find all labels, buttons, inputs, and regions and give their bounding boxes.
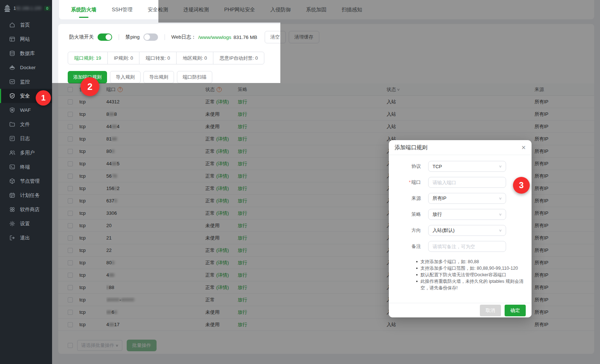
rule-tab-恶意IP自动封禁[interactable]: 恶意IP自动封禁: 0	[213, 52, 264, 64]
sidebar-item-label: 数据库	[20, 50, 35, 57]
field-row-备注: 备注	[389, 241, 532, 252]
tab-SSH管理[interactable]: SSH管理	[104, 0, 140, 19]
field-label: 方向	[389, 227, 428, 234]
rule-tab-IP规则[interactable]: IP规则: 0	[107, 52, 139, 64]
field-row-来源: 来源所有IP∨	[389, 193, 532, 204]
sidebar-nav: 首页网站数据库Docker监控安全WAF文件日志多用户终端节点管理计划任务软件商…	[0, 18, 52, 245]
server-name-masked: 92.168.1.100	[16, 6, 42, 11]
sidebar-item-cron[interactable]: 计划任务	[0, 188, 52, 202]
sidebar-item-label: 多用户	[20, 150, 35, 156]
divider	[165, 34, 165, 40]
field-select-协议[interactable]: TCP∨	[428, 161, 506, 172]
security-icon	[9, 93, 15, 99]
cron-icon	[9, 192, 15, 198]
field-row-方向: 方向入站(默认)∨	[389, 225, 532, 236]
sidebar-item-label: 监控	[20, 79, 30, 85]
sidebar-item-db[interactable]: 数据库	[0, 46, 52, 60]
sidebar-item-label: 终端	[20, 164, 30, 170]
sidebar-item-home[interactable]: 首页	[0, 18, 52, 32]
sidebar-item-exit[interactable]: 退出	[0, 231, 52, 245]
site-icon	[9, 36, 15, 42]
shop-icon	[9, 206, 15, 213]
dialog-note: 此操作将重载防火墙，未持久化的 iptables 规则会清空，请先备份保存!	[416, 278, 529, 291]
sidebar-item-settings[interactable]: 设置	[0, 217, 52, 231]
rule-tab-端口转发[interactable]: 端口转发: 0	[139, 52, 176, 64]
ping-label: 禁ping	[126, 34, 140, 40]
select-value: 放行	[433, 211, 442, 218]
brand: 192.168.1.100 0	[0, 0, 52, 16]
settings-icon	[9, 221, 15, 227]
chevron-down-icon: ∨	[499, 165, 502, 168]
sidebar-item-site[interactable]: 网站	[0, 32, 52, 46]
anti-scan-button[interactable]: 端口防扫描	[177, 71, 212, 83]
sidebar-item-shop[interactable]: 软件商店	[0, 202, 52, 217]
users-icon	[9, 150, 15, 156]
field-input-端口[interactable]	[428, 177, 506, 188]
sidebar-item-docker[interactable]: Docker	[0, 60, 52, 75]
sidebar-item-monitor[interactable]: 监控	[0, 75, 52, 89]
rule-tab-地区规则[interactable]: 地区规则: 0	[176, 52, 213, 64]
export-rules-button[interactable]: 导出规则	[143, 71, 174, 83]
weblog-size: 831.76 MB	[233, 35, 257, 40]
divider	[119, 34, 119, 40]
sidebar-item-label: 日志	[20, 135, 30, 142]
tab-系统防火墙[interactable]: 系统防火墙	[63, 0, 104, 19]
field-select-来源[interactable]: 所有IP∨	[428, 193, 506, 204]
terminal-icon	[9, 164, 15, 170]
sidebar-item-users[interactable]: 多用户	[0, 146, 52, 160]
monitor-icon	[9, 79, 15, 85]
sidebar-item-label: Docker	[20, 65, 36, 70]
sidebar-item-log[interactable]: 日志	[0, 131, 52, 146]
firewall-switch-label: 防火墙开关	[69, 34, 94, 40]
dialog-header: 添加端口规则 ×	[389, 140, 532, 155]
field-label: *端口	[389, 179, 428, 186]
field-row-端口: *端口	[389, 177, 532, 188]
sidebar-item-label: WAF	[20, 107, 31, 113]
dialog-note: 支持添加多个端口，如: 80,88	[416, 258, 529, 265]
add-port-rule-dialog: 添加端口规则 × 协议TCP∨*端口来源所有IP∨策略放行∨方向入站(默认)∨备…	[389, 140, 532, 317]
field-row-协议: 协议TCP∨	[389, 161, 532, 172]
dialog-footer: 取消 确定	[389, 303, 532, 317]
dialog-body: 协议TCP∨*端口来源所有IP∨策略放行∨方向入站(默认)∨备注支持添加多个端口…	[389, 155, 532, 291]
sidebar: 192.168.1.100 0 首页网站数据库Docker监控安全WAF文件日志…	[0, 0, 52, 364]
cancel-button[interactable]: 取消	[480, 305, 501, 316]
sidebar-item-label: 节点管理	[20, 178, 40, 185]
annotation-step-2: 2	[80, 77, 99, 96]
sidebar-item-label: 网站	[20, 36, 30, 43]
panel-logo-icon	[3, 4, 12, 13]
required-mark: *	[409, 179, 411, 185]
close-icon[interactable]: ×	[521, 144, 526, 151]
field-select-策略[interactable]: 放行∨	[428, 209, 506, 220]
field-label: 来源	[389, 195, 428, 202]
firewall-toggle[interactable]	[98, 33, 112, 41]
import-rules-button[interactable]: 导入规则	[110, 71, 141, 83]
confirm-button[interactable]: 确定	[505, 305, 526, 316]
select-value: 入站(默认)	[433, 227, 455, 234]
field-input-备注[interactable]	[428, 241, 506, 252]
server-name: 192.168.1.100	[13, 6, 42, 11]
select-value: TCP	[433, 164, 442, 169]
node-icon	[9, 178, 15, 184]
sidebar-item-label: 退出	[20, 235, 30, 241]
annotation-step-3: 3	[513, 177, 530, 194]
chevron-down-icon: ∨	[499, 229, 502, 232]
sidebar-item-file[interactable]: 文件	[0, 117, 52, 131]
select-value: 所有IP	[433, 195, 446, 202]
field-select-方向[interactable]: 入站(默认)∨	[428, 225, 506, 236]
sidebar-item-node[interactable]: 节点管理	[0, 174, 52, 188]
sidebar-item-label: 软件商店	[20, 206, 40, 213]
dialog-notes: 支持添加多个端口，如: 80,88支持添加多个端口范围，如: 80,88,90-…	[416, 258, 529, 291]
server-badge: 0	[44, 6, 51, 11]
ping-toggle[interactable]	[143, 33, 158, 41]
annotation-step-1: 1	[36, 90, 51, 106]
exit-icon	[9, 235, 15, 241]
sidebar-item-label: 文件	[20, 121, 30, 128]
sidebar-item-terminal[interactable]: 终端	[0, 160, 52, 174]
sidebar-item-label: 首页	[20, 22, 30, 28]
weblog-path-link[interactable]: /www/wwwlogs	[198, 35, 232, 40]
rule-tab-端口规则[interactable]: 端口规则: 19	[68, 52, 107, 64]
chevron-down-icon: ∨	[499, 213, 502, 216]
rule-tabs: 端口规则: 19IP规则: 0端口转发: 0地区规则: 0恶意IP自动封禁: 0	[68, 52, 264, 64]
db-icon	[9, 50, 15, 56]
sidebar-item-label: 安全	[20, 93, 30, 99]
